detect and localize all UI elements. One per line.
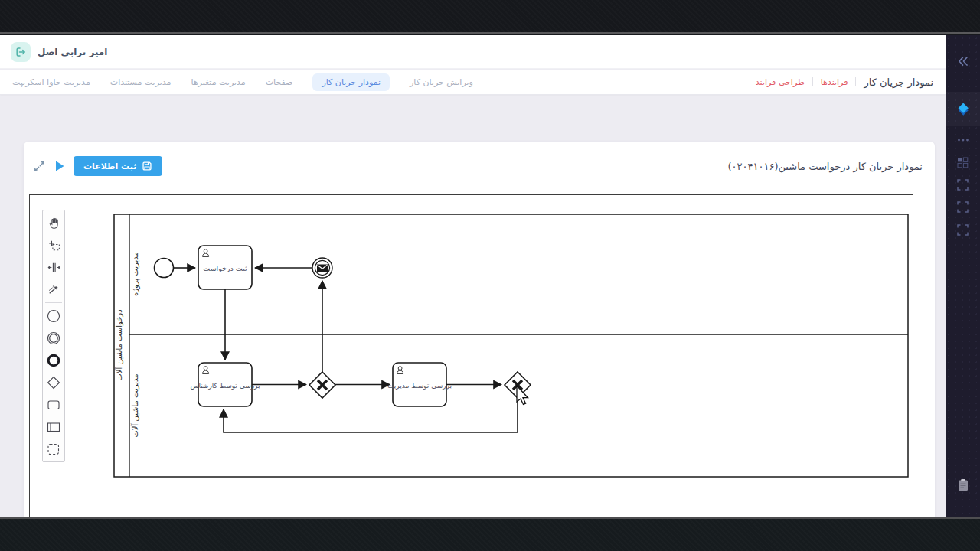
collapse-sidebar-button[interactable] [946, 50, 980, 73]
run-button[interactable] [55, 161, 64, 171]
diagram-title: نمودار جریان کار درخواست ماشین(۰۲۰۴۱۰۱۶) [727, 161, 923, 172]
logout-icon [15, 46, 27, 58]
app-header: امیر ترابی اصل [0, 35, 946, 69]
layers-menu-button[interactable] [946, 97, 980, 120]
grid-icon [957, 157, 969, 168]
bpmn-canvas[interactable]: درخواست ماشین آلات مدیریت پروژه مدیریت م… [29, 194, 913, 531]
card-toolbar: ثبت اطلاعات نمودار جریان کار درخواست ماش… [33, 151, 923, 181]
double-chevron-left-icon [957, 56, 969, 67]
task-expert-label: بررسی توسط کارشناس [190, 382, 260, 390]
fullscreen-button[interactable] [33, 160, 46, 173]
main-area: امیر ترابی اصل ویرایش جریان کار نمودار ج… [0, 35, 946, 517]
tab-documents[interactable]: مدیریت مستندات [110, 77, 172, 87]
breadcrumb-process-design[interactable]: طراحی فرایند [756, 77, 805, 87]
clipboard-icon [958, 478, 969, 491]
expand-arrows-icon [33, 160, 46, 173]
bpmn-diagram: درخواست ماشین آلات مدیریت پروژه مدیریت م… [30, 195, 913, 530]
task-register-request[interactable]: ثبت درخواست [198, 246, 252, 289]
breadcrumb: نمودار جریان کار فرایندها طراحی فرایند [756, 77, 933, 88]
nav-bar: ویرایش جریان کار نمودار جریان کار صفحات … [0, 70, 946, 95]
app-window: امیر ترابی اصل ویرایش جریان کار نمودار ج… [0, 0, 980, 551]
sequence-flows [174, 268, 518, 432]
message-envelope-icon [317, 265, 328, 272]
frame-tool-button-1[interactable] [946, 173, 980, 196]
exclusive-gateway-1[interactable] [309, 372, 335, 398]
frame-corners-icon [957, 179, 969, 191]
flow-gateway2-loopback[interactable] [224, 398, 518, 432]
grid-view-button[interactable] [946, 151, 980, 174]
save-button-label: ثبت اطلاعات [83, 161, 136, 171]
tab-workflow-diagram[interactable]: نمودار جریان کار [312, 73, 390, 91]
clipboard-button[interactable] [946, 473, 980, 496]
breadcrumb-processes[interactable]: فرایندها [821, 77, 848, 87]
frame-corners-icon [957, 224, 969, 236]
lane-label-machinery-management: مدیریت ماشین آلات [130, 373, 139, 437]
save-floppy-icon [142, 161, 152, 171]
frame-corners-icon [957, 201, 969, 213]
breadcrumb-divider [812, 77, 813, 86]
nav-tabs: ویرایش جریان کار نمودار جریان کار صفحات … [12, 73, 473, 91]
task-manager-label: بررسی توسط مدیریت [387, 382, 452, 390]
frame-tool-button-2[interactable] [946, 195, 980, 218]
tab-variables[interactable]: مدیریت متغیرها [191, 77, 245, 87]
layers-diamond-icon [956, 102, 970, 116]
tab-edit-workflow[interactable]: ویرایش جریان کار [410, 77, 473, 87]
lane-label-project-management: مدیریت پروژه [131, 252, 140, 296]
save-button[interactable]: ثبت اطلاعات [74, 156, 162, 176]
play-icon [55, 161, 64, 171]
diagram-card: ثبت اطلاعات نمودار جریان کار درخواست ماش… [24, 142, 935, 537]
tab-pages[interactable]: صفحات [266, 77, 293, 87]
user-chip: امیر ترابی اصل [11, 42, 107, 62]
more-options-button[interactable] [946, 129, 980, 152]
task-manager-review[interactable]: بررسی توسط مدیریت [387, 363, 452, 406]
tab-javascript[interactable]: مدیریت جاوا اسکریپت [12, 77, 90, 87]
pool-label: درخواست ماشین آلات [114, 309, 123, 380]
ellipsis-icon [957, 138, 969, 142]
message-intermediate-event[interactable] [312, 258, 332, 278]
bottom-letterbox-bar [0, 517, 980, 551]
logout-button[interactable] [11, 42, 31, 62]
breadcrumb-current: نمودار جریان کار [864, 77, 933, 88]
top-letterbox-bar [0, 0, 980, 34]
task-expert-review[interactable]: بررسی توسط کارشناس [190, 363, 260, 406]
user-name: امیر ترابی اصل [38, 47, 107, 57]
content-area: ثبت اطلاعات نمودار جریان کار درخواست ماش… [0, 95, 946, 517]
right-sidebar [946, 35, 980, 517]
start-event[interactable] [155, 259, 174, 278]
task-register-label: ثبت درخواست [203, 264, 247, 272]
toolbar-controls: ثبت اطلاعات [33, 156, 162, 176]
frame-tool-button-3[interactable] [946, 218, 980, 241]
breadcrumb-divider [855, 77, 856, 86]
